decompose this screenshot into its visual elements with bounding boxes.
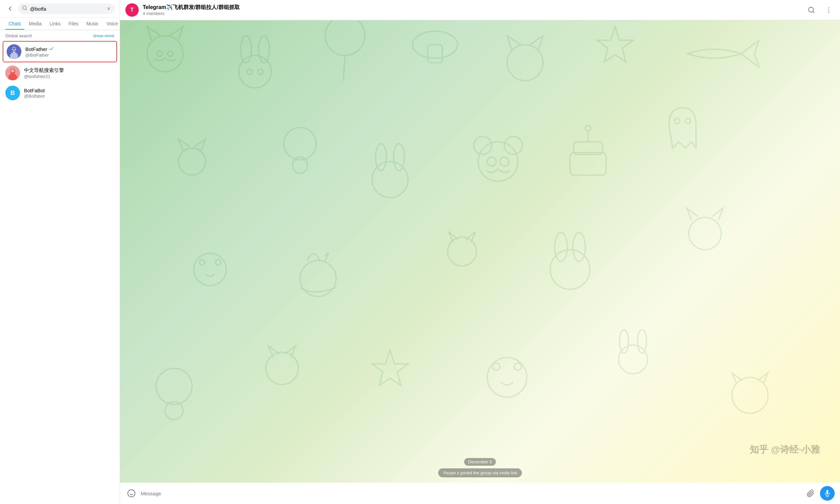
search-result-botfabot[interactable]: B BotFaBot @Botfabot	[0, 83, 120, 103]
global-search-header: Global search show more	[0, 30, 120, 40]
svg-line-1	[26, 9, 27, 10]
botfabot-name: BotFaBot	[24, 88, 114, 93]
tab-media[interactable]: Media	[26, 18, 45, 30]
svg-point-69	[128, 490, 135, 497]
date-badge: December 5	[464, 458, 496, 466]
chat-background: December 5 Yixuan z joined the group via…	[120, 20, 840, 483]
botfather-avatar	[7, 44, 21, 59]
chinese-nav-username: @botfahter21	[24, 74, 114, 79]
svg-point-7	[15, 49, 16, 50]
svg-rect-8	[13, 50, 15, 51]
botfather-info: BotFather @BotFather	[25, 46, 113, 58]
right-panel: T Telegram✈️飞机群发/群组拉人/群组抓取 4 members	[120, 0, 840, 504]
botfabot-avatar: B	[5, 86, 20, 100]
clear-search-button[interactable]	[106, 6, 111, 11]
svg-point-15	[828, 7, 829, 8]
tab-chats[interactable]: Chats	[5, 18, 24, 30]
chinese-nav-info: 中文导航搜索引擎 @botfahter21	[24, 67, 114, 79]
back-button[interactable]	[5, 3, 15, 14]
svg-line-14	[813, 11, 814, 13]
show-more-link[interactable]: show more	[93, 33, 114, 38]
left-panel: Chats Media Links Files Music Voice Glob…	[0, 0, 120, 504]
tabs-bar: Chats Media Links Files Music Voice	[0, 18, 120, 30]
search-icon	[22, 5, 27, 12]
chat-header: T Telegram✈️飞机群发/群组拉人/群组抓取 4 members	[120, 0, 840, 20]
botfabot-info: BotFaBot @Botfabot	[24, 88, 114, 98]
attach-button[interactable]	[805, 487, 817, 499]
svg-point-17	[828, 12, 829, 13]
message-input[interactable]	[141, 491, 801, 496]
messages-area: December 5 Yixuan z joined the group via…	[120, 20, 840, 483]
chinese-nav-name: 中文导航搜索引擎	[24, 67, 114, 74]
search-result-chinese-nav[interactable]: 中 中文导航搜索引擎 @botfahter21	[0, 63, 120, 83]
botfabot-username: @Botfabot	[24, 94, 114, 98]
search-input-wrapper	[18, 3, 115, 14]
system-message: Yixuan z joined the group via invite lin…	[438, 468, 522, 478]
chat-members: 4 members	[143, 11, 801, 16]
svg-point-16	[828, 10, 829, 11]
voice-button[interactable]	[820, 486, 835, 501]
chat-header-actions	[805, 4, 835, 16]
search-bar	[0, 0, 120, 18]
chat-header-avatar: T	[125, 3, 139, 17]
botfather-username: @BotFather	[25, 53, 113, 58]
chat-header-info: Telegram✈️飞机群发/群组拉人/群组抓取 4 members	[143, 4, 801, 16]
global-search-label: Global search	[5, 33, 32, 38]
botfather-name: BotFather	[25, 46, 113, 52]
tab-music[interactable]: Music	[83, 18, 102, 30]
tab-voice[interactable]: Voice	[103, 18, 121, 30]
search-chat-button[interactable]	[805, 4, 817, 16]
svg-point-6	[12, 49, 13, 50]
tab-links[interactable]: Links	[46, 18, 64, 30]
more-options-button[interactable]	[823, 4, 835, 16]
emoji-button[interactable]	[125, 487, 137, 499]
search-result-botfather[interactable]: BotFather @BotFather	[3, 41, 117, 62]
chinese-nav-avatar: 中	[5, 66, 20, 80]
svg-text:中: 中	[11, 69, 15, 74]
botfather-verified-icon	[49, 46, 54, 52]
search-input[interactable]	[30, 6, 104, 12]
input-bar	[120, 483, 840, 504]
tab-files[interactable]: Files	[65, 18, 82, 30]
chat-name: Telegram✈️飞机群发/群组拉人/群组抓取	[143, 4, 801, 11]
